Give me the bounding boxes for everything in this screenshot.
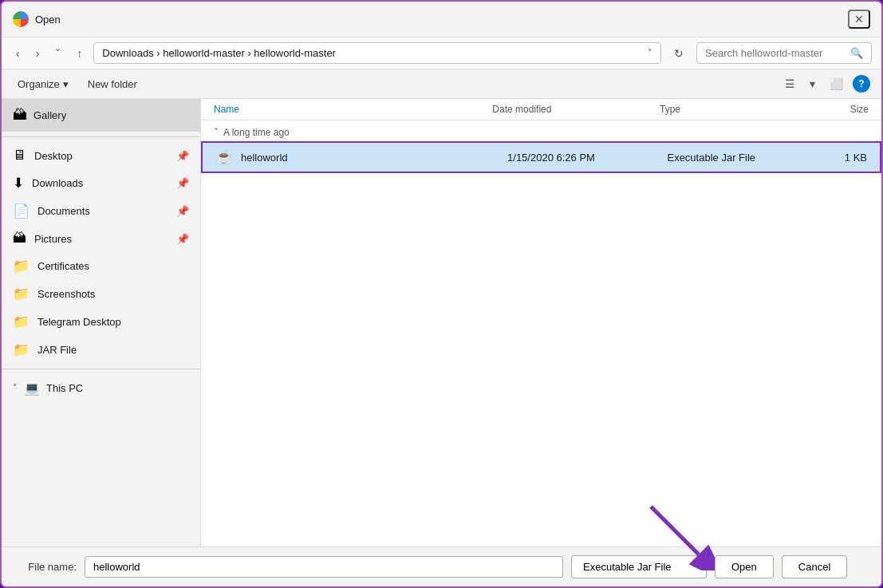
sidebar-this-pc[interactable]: ˄ 💻 This PC xyxy=(2,374,200,402)
refresh-button[interactable]: ↻ xyxy=(668,44,690,63)
new-folder-label: New folder xyxy=(88,78,137,90)
organize-chevron-icon: ▾ xyxy=(63,78,69,90)
group-label-text: A long time ago xyxy=(223,127,290,138)
col-type[interactable]: Type xyxy=(660,104,799,115)
dialog-title: Open xyxy=(35,14,61,26)
telegram-icon: 📁 xyxy=(13,314,30,330)
file-area: Name Date modified Type Size ˅ A long ti… xyxy=(201,99,881,547)
view-dropdown-button[interactable]: ▾ xyxy=(805,74,820,93)
sidebar-label-jar: JAR File xyxy=(37,344,189,356)
sidebar-label-desktop: Desktop xyxy=(34,150,168,162)
sidebar-divider xyxy=(2,136,200,137)
help-button[interactable]: ? xyxy=(853,75,870,93)
google-icon xyxy=(13,11,29,27)
open-dialog: Open ✕ ‹ › ˅ ↑ Downloads › helloworld-ma… xyxy=(0,0,883,588)
gallery-label: Gallery xyxy=(34,109,66,121)
arrow-container: Executable Jar File xyxy=(571,555,707,578)
file-group-label: ˅ A long time ago xyxy=(201,120,881,141)
address-bar: ‹ › ˅ ↑ Downloads › helloworld-master › … xyxy=(2,37,881,69)
up-button[interactable]: ↑ xyxy=(72,44,87,63)
sidebar-label-certificates: Certificates xyxy=(37,260,189,272)
organize-button[interactable]: Organize ▾ xyxy=(13,76,73,93)
search-box: 🔍 xyxy=(696,42,872,64)
sidebar-label-downloads: Downloads xyxy=(32,177,168,189)
jar-file-icon: ☕ xyxy=(215,148,233,166)
title-bar-left: Open xyxy=(13,11,61,27)
downloads-icon: ⬇ xyxy=(13,175,24,191)
file-type: Executable Jar File xyxy=(667,152,800,164)
back-button[interactable]: ‹ xyxy=(11,44,25,63)
sidebar-divider-2 xyxy=(2,369,200,369)
title-bar: Open ✕ xyxy=(2,2,881,37)
pictures-icon: 🏔 xyxy=(13,231,26,247)
col-name[interactable]: Name xyxy=(214,104,492,115)
desktop-icon: 🖥 xyxy=(13,148,26,164)
col-size[interactable]: Size xyxy=(799,104,869,115)
pin-icon-pictures: 📌 xyxy=(176,233,189,245)
toolbar-right: ☰ ▾ ⬜ ? xyxy=(780,74,870,93)
file-row-helloworld[interactable]: ☕ helloworld 1/15/2020 6:26 PM Executabl… xyxy=(201,141,881,173)
sidebar-label-screenshots: Screenshots xyxy=(37,288,189,300)
sidebar-gallery[interactable]: 🏔 Gallery xyxy=(2,99,200,132)
sidebar-label-pictures: Pictures xyxy=(34,233,168,245)
cancel-button[interactable]: Cancel xyxy=(782,555,847,578)
pin-icon-downloads: 📌 xyxy=(176,177,189,189)
certificates-icon: 📁 xyxy=(13,258,30,274)
sidebar-item-jar[interactable]: 📁 JAR File xyxy=(2,336,200,364)
sidebar-item-desktop[interactable]: 🖥 Desktop 📌 xyxy=(2,142,200,169)
search-icon: 🔍 xyxy=(850,47,863,59)
group-chevron-icon: ˅ xyxy=(214,127,219,138)
jar-icon: 📁 xyxy=(13,341,30,358)
sidebar-item-telegram[interactable]: 📁 Telegram Desktop xyxy=(2,308,200,336)
file-name-label: File name: xyxy=(13,561,77,573)
view-list-button[interactable]: ☰ xyxy=(780,74,800,93)
toolbar: Organize ▾ New folder ☰ ▾ ⬜ ? xyxy=(2,69,881,99)
file-name: helloworld xyxy=(241,152,507,164)
new-folder-button[interactable]: New folder xyxy=(83,76,142,93)
this-pc-chevron-icon: ˄ xyxy=(13,383,18,393)
sidebar-item-downloads[interactable]: ⬇ Downloads 📌 xyxy=(2,169,200,197)
filename-input[interactable] xyxy=(85,556,563,578)
sidebar-label-documents: Documents xyxy=(37,205,168,217)
gallery-icon: 🏔 xyxy=(13,107,27,124)
this-pc-icon: 💻 xyxy=(24,381,40,396)
file-list-body: ˅ A long time ago ☕ helloworld 1/15/2020… xyxy=(201,120,881,547)
sidebar-item-certificates[interactable]: 📁 Certificates xyxy=(2,252,200,280)
pin-icon-desktop: 📌 xyxy=(176,150,189,162)
sidebar: 🏔 Gallery 🖥 Desktop 📌 ⬇ Downloads 📌 📄 Do… xyxy=(2,99,201,547)
forward-button[interactable]: › xyxy=(31,44,45,63)
sidebar-label-telegram: Telegram Desktop xyxy=(37,316,189,328)
sidebar-item-pictures[interactable]: 🏔 Pictures 📌 xyxy=(2,225,200,252)
file-list-header: Name Date modified Type Size xyxy=(201,99,881,120)
bottom-bar: File name: Executable Jar File Open Canc… xyxy=(2,547,881,586)
documents-icon: 📄 xyxy=(13,203,30,219)
filetype-select[interactable]: Executable Jar File xyxy=(571,555,707,578)
close-button[interactable]: ✕ xyxy=(848,10,870,29)
panel-toggle-button[interactable]: ⬜ xyxy=(825,74,848,93)
sidebar-item-screenshots[interactable]: 📁 Screenshots xyxy=(2,280,200,308)
toolbar-left: Organize ▾ New folder xyxy=(13,76,142,93)
dropdown-button[interactable]: ˅ xyxy=(50,44,65,63)
search-input[interactable] xyxy=(705,47,846,59)
sidebar-item-documents[interactable]: 📄 Documents 📌 xyxy=(2,197,200,225)
file-date: 1/15/2020 6:26 PM xyxy=(507,152,667,164)
pin-icon-documents: 📌 xyxy=(176,205,189,217)
address-chevron-icon: ˅ xyxy=(648,48,652,58)
main-content: 🏔 Gallery 🖥 Desktop 📌 ⬇ Downloads 📌 📄 Do… xyxy=(2,99,881,547)
address-path[interactable]: Downloads › helloworld-master › hellowor… xyxy=(93,42,661,64)
organize-label: Organize xyxy=(18,78,60,90)
this-pc-label: This PC xyxy=(46,382,83,394)
screenshots-icon: 📁 xyxy=(13,286,30,302)
file-size: 1 KB xyxy=(800,152,867,164)
open-button[interactable]: Open xyxy=(715,555,774,578)
col-date[interactable]: Date modified xyxy=(492,104,660,115)
address-path-text: Downloads › helloworld-master › hellowor… xyxy=(102,47,336,59)
